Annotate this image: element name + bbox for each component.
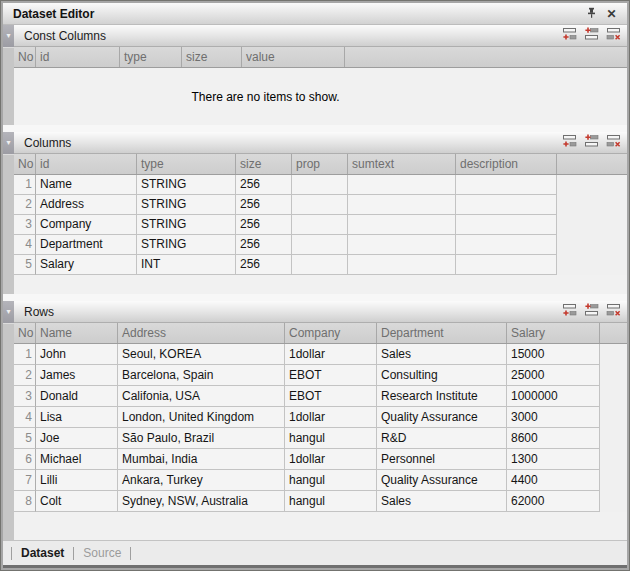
cell-company[interactable]: 1dollar xyxy=(285,407,377,428)
close-button[interactable]: ✕ xyxy=(603,6,620,22)
cell-prop[interactable] xyxy=(292,235,348,255)
cell-salary[interactable]: 25000 xyxy=(507,365,600,386)
column-header-company[interactable]: Company xyxy=(285,323,377,343)
column-header-salary[interactable]: Salary xyxy=(507,323,600,343)
cell-description[interactable] xyxy=(456,255,557,275)
delete-row-button[interactable] xyxy=(604,28,622,43)
cell-description[interactable] xyxy=(456,215,557,235)
cell-size[interactable]: 256 xyxy=(236,255,292,275)
row-number-cell[interactable]: 3 xyxy=(14,386,36,407)
cell-id[interactable]: Address xyxy=(36,195,137,215)
cell-company[interactable]: hangul xyxy=(285,491,377,512)
cell-address[interactable]: London, United Kingdom xyxy=(118,407,285,428)
column-header-size[interactable]: size xyxy=(236,154,292,174)
cell-name[interactable]: Colt xyxy=(36,491,118,512)
cell-name[interactable]: Lisa xyxy=(36,407,118,428)
row-number-cell[interactable]: 4 xyxy=(14,407,36,428)
row-number-cell[interactable]: 3 xyxy=(14,215,36,235)
cell-type[interactable]: INT xyxy=(137,255,236,275)
cell-description[interactable] xyxy=(456,235,557,255)
column-header-id[interactable]: id xyxy=(36,47,120,67)
cell-name[interactable]: James xyxy=(36,365,118,386)
cell-type[interactable]: STRING xyxy=(137,215,236,235)
column-header-id[interactable]: id xyxy=(36,154,137,174)
cell-department[interactable]: R&D xyxy=(377,428,507,449)
row-number-cell[interactable]: 2 xyxy=(14,195,36,215)
cell-salary[interactable]: 1300 xyxy=(507,449,600,470)
row-number-cell[interactable]: 8 xyxy=(14,491,36,512)
cell-company[interactable]: hangul xyxy=(285,470,377,491)
column-header-no[interactable]: No xyxy=(14,47,36,67)
insert-row-button[interactable] xyxy=(582,304,600,319)
cell-sumtext[interactable] xyxy=(348,195,456,215)
cell-size[interactable]: 256 xyxy=(236,235,292,255)
columns-header-bar[interactable]: Columns xyxy=(14,132,627,154)
cell-address[interactable]: Barcelona, Spain xyxy=(118,365,285,386)
cell-id[interactable]: Department xyxy=(36,235,137,255)
cell-size[interactable]: 256 xyxy=(236,175,292,195)
cell-salary[interactable]: 62000 xyxy=(507,491,600,512)
cell-department[interactable]: Sales xyxy=(377,344,507,365)
column-header-type[interactable]: type xyxy=(137,154,236,174)
cell-department[interactable]: Research Institute xyxy=(377,386,507,407)
cell-sumtext[interactable] xyxy=(348,215,456,235)
cell-id[interactable]: Name xyxy=(36,175,137,195)
rows-header-bar[interactable]: Rows xyxy=(14,301,627,323)
column-header-description[interactable]: description xyxy=(456,154,557,174)
cell-name[interactable]: Donald xyxy=(36,386,118,407)
cell-id[interactable]: Salary xyxy=(36,255,137,275)
column-header-sumtext[interactable]: sumtext xyxy=(348,154,456,174)
column-header-department[interactable]: Department xyxy=(377,323,507,343)
cell-prop[interactable] xyxy=(292,175,348,195)
cell-description[interactable] xyxy=(456,175,557,195)
cell-company[interactable]: EBOT xyxy=(285,386,377,407)
column-header-no[interactable]: No xyxy=(14,323,36,343)
cell-sumtext[interactable] xyxy=(348,255,456,275)
cell-prop[interactable] xyxy=(292,255,348,275)
row-number-cell[interactable]: 7 xyxy=(14,470,36,491)
delete-row-button[interactable] xyxy=(604,135,622,150)
cell-type[interactable]: STRING xyxy=(137,235,236,255)
row-number-cell[interactable]: 6 xyxy=(14,449,36,470)
add-row-button[interactable] xyxy=(560,28,578,43)
column-header-size[interactable]: size xyxy=(182,47,242,67)
cell-address[interactable]: Seoul, KOREA xyxy=(118,344,285,365)
cell-type[interactable]: STRING xyxy=(137,195,236,215)
add-row-button[interactable] xyxy=(560,304,578,319)
column-header-no[interactable]: No xyxy=(14,154,36,174)
cell-company[interactable]: 1dollar xyxy=(285,449,377,470)
cell-address[interactable]: Califonia, USA xyxy=(118,386,285,407)
column-header-value[interactable]: value xyxy=(242,47,345,67)
cell-department[interactable]: Consulting xyxy=(377,365,507,386)
row-number-cell[interactable]: 5 xyxy=(14,255,36,275)
cell-address[interactable]: Mumbai, India xyxy=(118,449,285,470)
cell-address[interactable]: São Paulo, Brazil xyxy=(118,428,285,449)
row-number-cell[interactable]: 4 xyxy=(14,235,36,255)
cell-company[interactable]: 1dollar xyxy=(285,344,377,365)
const-columns-collapse-button[interactable]: ▾ xyxy=(3,25,14,47)
cell-prop[interactable] xyxy=(292,195,348,215)
cell-type[interactable]: STRING xyxy=(137,175,236,195)
row-number-cell[interactable]: 1 xyxy=(14,175,36,195)
cell-department[interactable]: Personnel xyxy=(377,449,507,470)
cell-name[interactable]: Joe xyxy=(36,428,118,449)
column-header-prop[interactable]: prop xyxy=(292,154,348,174)
columns-collapse-button[interactable]: ▾ xyxy=(3,132,14,154)
cell-name[interactable]: Lilli xyxy=(36,470,118,491)
cell-prop[interactable] xyxy=(292,215,348,235)
cell-salary[interactable]: 8600 xyxy=(507,428,600,449)
delete-row-button[interactable] xyxy=(604,304,622,319)
cell-company[interactable]: hangul xyxy=(285,428,377,449)
const-columns-header-bar[interactable]: Const Columns xyxy=(14,25,627,47)
cell-sumtext[interactable] xyxy=(348,235,456,255)
row-number-cell[interactable]: 5 xyxy=(14,428,36,449)
rows-collapse-button[interactable]: ▾ xyxy=(3,301,14,323)
cell-sumtext[interactable] xyxy=(348,175,456,195)
cell-size[interactable]: 256 xyxy=(236,215,292,235)
insert-row-button[interactable] xyxy=(582,135,600,150)
add-row-button[interactable] xyxy=(560,135,578,150)
cell-department[interactable]: Quality Assurance xyxy=(377,470,507,491)
cell-address[interactable]: Ankara, Turkey xyxy=(118,470,285,491)
cell-department[interactable]: Sales xyxy=(377,491,507,512)
pin-button[interactable] xyxy=(583,6,600,22)
